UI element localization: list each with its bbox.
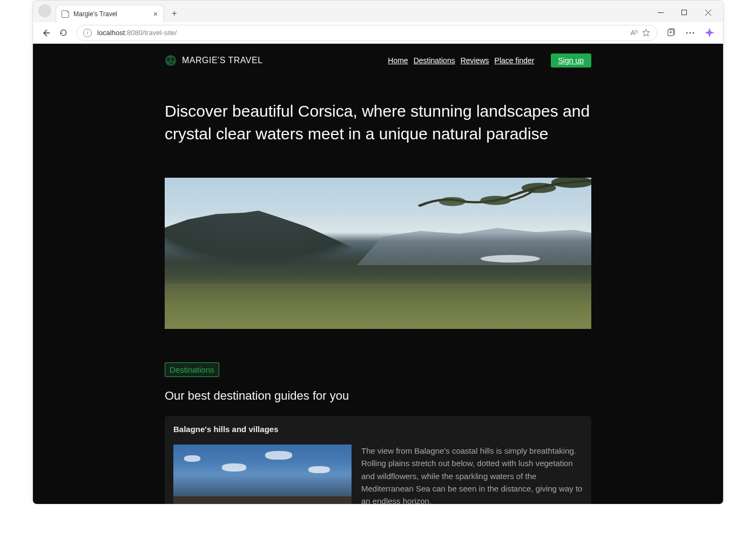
card-description: The view from Balagne's coastal hills is… (361, 445, 583, 504)
card-body: The view from Balagne's coastal hills is… (173, 445, 583, 504)
globe-icon (165, 55, 177, 66)
nav-reviews[interactable]: Reviews (461, 56, 489, 65)
site-logo[interactable]: MARGIE'S TRAVEL (165, 55, 263, 66)
card-image (173, 445, 352, 504)
nav-home[interactable]: Home (388, 56, 408, 65)
url-port: :8080 (125, 29, 143, 37)
section-title: Our best destination guides for you (165, 389, 591, 403)
address-bar[interactable]: i localhost:8080/travel-site/ A)) (76, 25, 657, 41)
back-button[interactable] (37, 24, 55, 42)
brand-name: MARGIE'S TRAVEL (182, 56, 263, 65)
hero-image (165, 178, 591, 329)
page-viewport[interactable]: MARGIE'S TRAVEL Home Destinations Review… (33, 44, 723, 504)
new-tab-button[interactable]: + (167, 6, 182, 21)
main-nav: Home Destinations Reviews Place finder (388, 56, 534, 65)
read-aloud-icon[interactable]: A)) (631, 29, 638, 37)
toolbar-icons (662, 25, 719, 41)
url-path: /travel-site/ (143, 29, 177, 37)
site-header: MARGIE'S TRAVEL Home Destinations Review… (165, 53, 591, 68)
svg-point-8 (480, 196, 511, 205)
url-host: localhost (97, 29, 125, 37)
nav-place-finder[interactable]: Place finder (495, 56, 535, 65)
profile-avatar[interactable] (38, 4, 51, 17)
browser-toolbar: i localhost:8080/travel-site/ A)) (33, 22, 723, 44)
svg-point-6 (551, 178, 591, 188)
svg-point-2 (686, 32, 688, 33)
page-icon (62, 10, 69, 18)
nav-destinations[interactable]: Destinations (414, 56, 455, 65)
tab-title: Margie's Travel (73, 10, 117, 18)
browser-window: Margie's Travel × + i localhost:8080/tra… (32, 0, 724, 504)
signup-button[interactable]: Sign up (551, 53, 591, 68)
window-controls (649, 3, 720, 22)
site-info-icon[interactable]: i (83, 29, 92, 37)
hero-heading: Discover beautiful Corsica, where stunni… (165, 100, 591, 145)
content-container: MARGIE'S TRAVEL Home Destinations Review… (165, 44, 591, 504)
section-tag: Destinations (165, 362, 219, 377)
svg-point-5 (165, 55, 176, 66)
close-window-button[interactable] (696, 4, 720, 21)
refresh-button[interactable] (55, 24, 72, 42)
svg-point-7 (521, 183, 556, 193)
minimize-button[interactable] (649, 4, 672, 21)
svg-point-4 (693, 32, 694, 33)
close-tab-icon[interactable]: × (153, 10, 158, 18)
maximize-button[interactable] (672, 4, 696, 21)
destination-card[interactable]: Balagne's hills and villages The view fr… (165, 416, 591, 504)
menu-icon[interactable] (681, 25, 699, 41)
browser-tab[interactable]: Margie's Travel × (56, 5, 164, 22)
copilot-icon[interactable] (700, 25, 719, 41)
svg-point-3 (690, 32, 691, 33)
collections-icon[interactable] (662, 25, 680, 41)
svg-point-9 (438, 197, 465, 206)
svg-rect-0 (681, 10, 686, 15)
card-title: Balagne's hills and villages (173, 425, 583, 434)
browser-tab-bar: Margie's Travel × + (33, 1, 723, 22)
address-bar-actions: A)) (631, 29, 650, 37)
favorite-icon[interactable] (642, 29, 650, 37)
